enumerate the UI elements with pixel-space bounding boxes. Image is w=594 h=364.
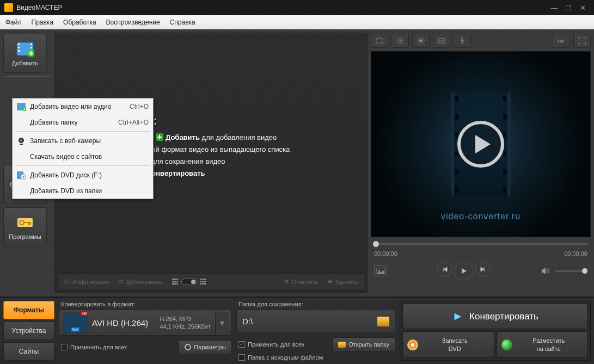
folder-apply-label: Применить для всех	[248, 341, 304, 348]
fullscreen-tool-icon[interactable]	[573, 34, 591, 48]
svg-point-14	[400, 40, 401, 42]
speed-tool-icon[interactable]	[454, 34, 471, 48]
format-selector[interactable]: HDAVI AVI HD (H.264) H.264, MP3 44,1 KHz…	[59, 310, 232, 336]
chevron-down-icon[interactable]: ▾	[215, 312, 228, 334]
dd-separator	[16, 131, 150, 132]
menu-edit[interactable]: Правка	[32, 18, 54, 26]
dd-label: Добавить DVD диск (F:)	[30, 171, 102, 179]
format-apply-all[interactable]: Применить для всех	[61, 344, 127, 350]
svg-point-22	[20, 139, 22, 141]
source-folder-label: Папка с исходным файлом	[248, 354, 323, 361]
disc-icon	[407, 340, 418, 350]
delete-list-button[interactable]: ⊖Удалить	[328, 278, 358, 285]
publish-label-1: Разместить	[532, 337, 565, 344]
dd-dvd-folder[interactable]: Добавить DVD из папки	[13, 183, 153, 199]
folder-icon[interactable]	[377, 317, 389, 326]
svg-point-25	[23, 176, 25, 177]
dd-label: Добавить папку	[30, 119, 77, 126]
dd-label: Добавить видео или аудио	[30, 103, 111, 110]
checkbox-icon	[61, 344, 68, 350]
dvd-icon	[16, 170, 27, 181]
prev-button[interactable]	[437, 262, 452, 277]
key-icon	[15, 214, 35, 231]
folder-selector[interactable]: D:\	[236, 310, 395, 333]
dd-add-video[interactable]: Добавить видео или аудио Ctrl+O	[13, 98, 153, 114]
folder-path: D:\	[242, 317, 373, 326]
brightness-tool-icon[interactable]	[412, 34, 430, 48]
menu-process[interactable]: Обработка	[63, 18, 96, 26]
playback-controls	[371, 260, 591, 282]
snapshot-icon[interactable]	[374, 266, 387, 276]
toolbar-separator	[3, 76, 51, 77]
content-area: Добавить Соединить Программы ты: иу Доба…	[0, 29, 594, 297]
view-toggle[interactable]	[181, 279, 197, 285]
svg-rect-2	[18, 44, 20, 45]
tab-sites[interactable]: Сайты	[3, 342, 54, 361]
checkbox-icon	[238, 341, 245, 348]
gif-tool-icon[interactable]: GIF	[553, 34, 570, 48]
step4-bold: Конвертировать	[147, 169, 205, 177]
duplicate-button[interactable]: ⧉Дублировать	[119, 278, 162, 285]
titlebar: ВидеоМАСТЕР — ☐ ✕	[0, 0, 594, 15]
maximize-button[interactable]: ☐	[561, 3, 575, 13]
volume-slider[interactable]	[555, 270, 587, 272]
next-button[interactable]	[475, 262, 491, 277]
programs-button[interactable]: Программы	[3, 207, 47, 246]
format-thumb-icon: HDAVI	[63, 312, 88, 333]
publish-button[interactable]: Разместить на сайте	[497, 331, 589, 358]
bottom-bar: Форматы Устройства Сайты Конвертировать …	[0, 297, 594, 364]
menubar: Файл Правка Обработка Воспроизведение Сп…	[0, 15, 594, 29]
programs-label: Программы	[9, 233, 41, 240]
format-title: Конвертировать в формат:	[59, 301, 232, 307]
format-panel: Конвертировать в формат: HDAVI AVI HD (H…	[59, 301, 232, 361]
format-info-1: H.264, MP3	[160, 315, 211, 323]
menu-file[interactable]: Файл	[5, 18, 22, 26]
volume-icon[interactable]	[541, 267, 550, 275]
app-window: ВидеоМАСТЕР — ☐ ✕ Файл Правка Обработка …	[0, 0, 594, 364]
add-button[interactable]: Добавить	[3, 34, 47, 73]
text-tool-icon[interactable]	[433, 34, 450, 48]
source-folder-check[interactable]: Папка с исходным файлом	[238, 354, 395, 361]
close-button[interactable]: ✕	[575, 3, 590, 13]
delete-label: Удалить	[335, 279, 358, 285]
tab-devices[interactable]: Устройства	[3, 322, 54, 340]
convert-label: Конвертировать	[469, 311, 538, 322]
burn-dvd-button[interactable]: Записать DVD	[402, 331, 494, 358]
add-dropdown-menu: Добавить видео или аудио Ctrl+O Добавить…	[12, 98, 154, 199]
svg-rect-6	[30, 47, 32, 48]
play-button[interactable]	[455, 262, 473, 280]
tab-formats[interactable]: Форматы	[3, 301, 54, 319]
dd-label: Скачать видео с сайтов	[30, 153, 102, 161]
list-icon	[172, 279, 178, 285]
time-total: 00:00:00	[564, 250, 587, 260]
clear-button[interactable]: ✖Очистить	[284, 278, 318, 285]
open-folder-button[interactable]: Открыть папку	[332, 337, 395, 351]
dd-add-folder[interactable]: Добавить папку Ctrl+Alt+O	[13, 114, 153, 130]
dd-webcam[interactable]: Записать с веб-камеры	[13, 133, 153, 149]
gear-icon	[185, 344, 191, 350]
format-info: H.264, MP3 44,1 KHz, 256Кбит	[160, 315, 211, 331]
preview-video[interactable]: video-converter.ru	[371, 51, 591, 237]
params-button[interactable]: Параметры	[179, 340, 232, 354]
burn-label-2: DVD	[449, 346, 461, 352]
minimize-button[interactable]: —	[547, 3, 561, 13]
dd-dvd-disc[interactable]: Добавить DVD диск (F:)	[13, 167, 153, 183]
convert-button[interactable]: Конвертировать	[402, 304, 588, 329]
time-current: 00:00:00	[374, 250, 397, 260]
svg-rect-12	[377, 38, 382, 44]
menu-help[interactable]: Справка	[170, 18, 195, 26]
info-button[interactable]: ⓘИнформация	[64, 277, 109, 286]
rotate-tool-icon[interactable]	[391, 34, 409, 48]
seek-slider[interactable]	[371, 237, 591, 250]
folder-apply-all[interactable]: Применить для всех	[238, 341, 304, 348]
dd-shortcut: Ctrl+Alt+O	[118, 119, 149, 126]
globe-icon	[501, 340, 512, 350]
dd-download[interactable]: Скачать видео с сайтов	[13, 149, 153, 164]
dd-label: Добавить DVD из папки	[30, 187, 102, 195]
folder-open-icon	[338, 342, 346, 348]
step2-text: ный формат видео из выпадающего списка	[146, 145, 290, 153]
burn-label-1: Записать	[442, 337, 468, 344]
view-toggles[interactable]	[172, 279, 206, 285]
crop-tool-icon[interactable]	[371, 34, 388, 48]
menu-playback[interactable]: Воспроизведение	[106, 18, 160, 26]
